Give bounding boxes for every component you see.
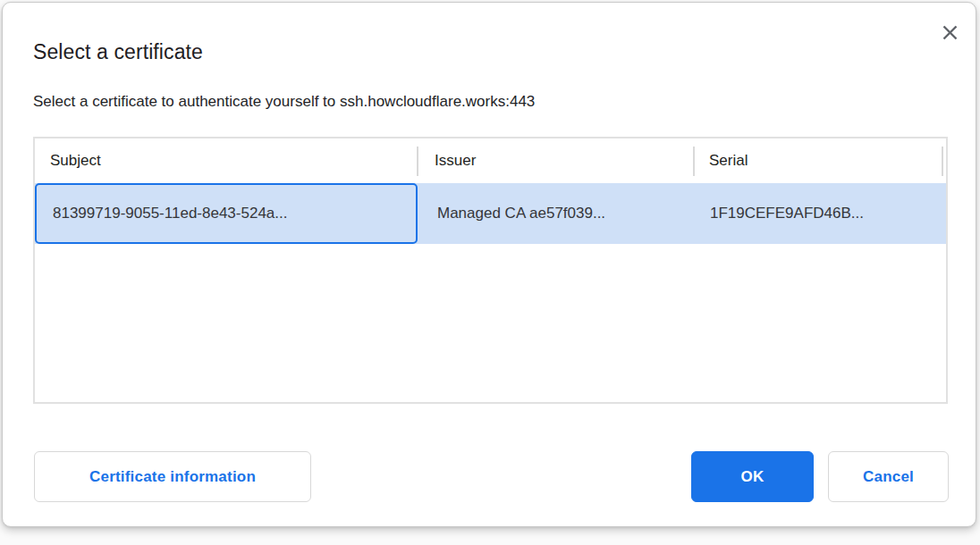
cell-issuer[interactable]: Managed CA ae57f039... — [437, 183, 605, 244]
table-header: Subject Issuer Serial — [35, 138, 946, 183]
column-divider — [417, 147, 418, 176]
ok-button[interactable]: OK — [691, 451, 814, 502]
cell-serial[interactable]: 1F19CEFE9AFD46B... — [710, 183, 864, 244]
certificate-row[interactable]: 81399719-9055-11ed-8e43-524a... Managed … — [35, 183, 946, 244]
certificate-information-button[interactable]: Certificate information — [34, 451, 311, 502]
cancel-button[interactable]: Cancel — [828, 451, 949, 502]
dialog-title: Select a certificate — [33, 40, 203, 64]
column-header-issuer: Issuer — [435, 138, 476, 183]
close-icon — [941, 23, 959, 42]
cell-subject[interactable]: 81399719-9055-11ed-8e43-524a... — [53, 183, 287, 244]
column-header-serial: Serial — [709, 138, 748, 183]
column-divider — [693, 147, 695, 176]
column-header-subject: Subject — [50, 138, 101, 183]
select-certificate-dialog: Select a certificate Select a certificat… — [2, 2, 976, 527]
certificate-table: Subject Issuer Serial 81399719-9055-11ed… — [33, 137, 948, 404]
column-divider — [942, 147, 943, 176]
dialog-subtitle: Select a certificate to authenticate you… — [33, 93, 535, 111]
close-button[interactable] — [933, 15, 967, 49]
